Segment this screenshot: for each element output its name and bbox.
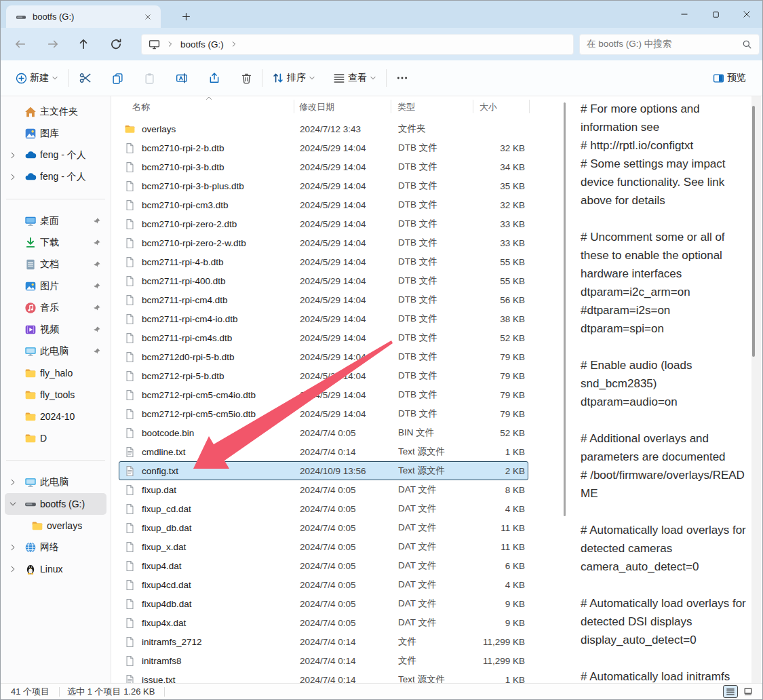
- sidebar-item-fly-halo[interactable]: fly_halo: [5, 362, 106, 384]
- file-row-bcm2712-rpi-cm5-cm4io.dtb[interactable]: bcm2712-rpi-cm5-cm4io.dtb2024/5/29 14:04…: [119, 385, 528, 404]
- search-box[interactable]: 在 bootfs (G:) 中搜索: [579, 34, 760, 55]
- file-icon: [124, 161, 136, 173]
- file-row-fixup_cd.dat[interactable]: fixup_cd.dat2024/7/4 0:05DAT 文件4 KB: [119, 499, 528, 518]
- preview-scrollbar-thumb[interactable]: [752, 106, 755, 357]
- chevron-right-icon[interactable]: [9, 565, 18, 573]
- sidebar-item-documents[interactable]: 文档: [5, 254, 106, 275]
- sidebar-item-music[interactable]: 音乐: [5, 297, 106, 319]
- file-row-bcm2711-rpi-cm4-io.dtb[interactable]: bcm2711-rpi-cm4-io.dtb2024/5/29 14:04DTB…: [119, 309, 528, 328]
- close-button[interactable]: [731, 1, 762, 28]
- file-row-bcm2710-rpi-3-b-plus.dtb[interactable]: bcm2710-rpi-3-b-plus.dtb2024/5/29 14:04D…: [119, 176, 528, 195]
- sidebar-item-fly-tools[interactable]: fly_tools: [5, 384, 106, 406]
- file-row-bcm2710-rpi-zero-2-w.dtb[interactable]: bcm2710-rpi-zero-2-w.dtb2024/5/29 14:04D…: [119, 233, 528, 252]
- file-row-bcm2711-rpi-cm4s.dtb[interactable]: bcm2711-rpi-cm4s.dtb2024/5/29 14:04DTB 文…: [119, 328, 528, 347]
- file-row-overlays[interactable]: overlays2024/7/12 3:43文件夹: [119, 119, 528, 138]
- chevron-right-icon[interactable]: [9, 151, 18, 159]
- file-row-bcm2712-rpi-cm5-cm5io.dtb[interactable]: bcm2712-rpi-cm5-cm5io.dtb2024/5/29 14:04…: [119, 404, 528, 423]
- preview-scrollbar-track[interactable]: [751, 96, 761, 684]
- file-row-fixup4cd.dat[interactable]: fixup4cd.dat2024/7/4 0:05DAT 文件4 KB: [119, 575, 528, 594]
- details-view-button[interactable]: [723, 685, 738, 698]
- file-row-bcm2710-rpi-2-b.dtb[interactable]: bcm2710-rpi-2-b.dtb2024/5/29 14:04DTB 文件…: [119, 138, 528, 157]
- file-type: DTB 文件: [398, 370, 480, 382]
- explorer-tab[interactable]: bootfs (G:): [6, 5, 161, 28]
- file-row-initramfs8[interactable]: initramfs82024/7/4 0:14文件11,299 KB: [119, 651, 528, 670]
- file-row-config.txt[interactable]: config.txt2024/10/9 13:56Text 源文件2 KB: [119, 461, 528, 480]
- up-button[interactable]: [73, 34, 94, 54]
- paste-button[interactable]: [140, 66, 159, 90]
- view-lines-icon: [333, 72, 345, 84]
- breadcrumb[interactable]: bootfs (G:): [180, 39, 224, 50]
- sidebar-item-home[interactable]: 主文件夹: [5, 101, 106, 123]
- sort-button[interactable]: 排序: [268, 66, 319, 90]
- file-row-initramfs_2712[interactable]: initramfs_27122024/7/4 0:14文件11,299 KB: [119, 632, 528, 651]
- new-button[interactable]: 新建: [12, 66, 62, 90]
- file-size: 56 KB: [480, 295, 525, 305]
- file-row-bcm2711-rpi-cm4.dtb[interactable]: bcm2711-rpi-cm4.dtb2024/5/29 14:04DTB 文件…: [119, 290, 528, 309]
- file-row-fixup.dat[interactable]: fixup.dat2024/7/4 0:05DAT 文件8 KB: [119, 480, 528, 499]
- file-row-bcm2712-rpi-5-b.dtb[interactable]: bcm2712-rpi-5-b.dtb2024/5/29 14:04DTB 文件…: [119, 366, 528, 385]
- column-header-size[interactable]: 大小: [480, 101, 497, 113]
- sidebar-item-bootfs-drive[interactable]: bootfs (G:): [5, 493, 106, 515]
- preview-toggle-button[interactable]: 预览: [709, 66, 753, 90]
- new-tab-button[interactable]: [178, 9, 193, 24]
- view-button[interactable]: 查看: [329, 66, 380, 90]
- scissors-icon: [79, 72, 92, 84]
- copy-button[interactable]: [108, 66, 128, 90]
- forward-button[interactable]: [43, 34, 63, 54]
- tab-close-icon[interactable]: [142, 11, 154, 23]
- column-header-name[interactable]: 名称: [132, 101, 150, 113]
- address-bar[interactable]: bootfs (G:): [141, 34, 574, 55]
- sidebar-item-this-pc-pinned[interactable]: 此电脑: [5, 341, 106, 362]
- sidebar-item-onedrive-2[interactable]: feng - 个人: [5, 166, 106, 188]
- column-header-date[interactable]: 修改日期: [299, 101, 334, 113]
- sidebar-item-2024-10[interactable]: 2024-10: [5, 406, 106, 427]
- maximize-button[interactable]: [700, 1, 731, 28]
- file-list-scrollbar[interactable]: [564, 102, 566, 516]
- sidebar-item-pictures[interactable]: 图片: [5, 275, 106, 297]
- file-row-bcm2710-rpi-zero-2.dtb[interactable]: bcm2710-rpi-zero-2.dtb2024/5/29 14:04DTB…: [119, 214, 528, 233]
- icons-view-button[interactable]: [741, 685, 756, 698]
- cut-button[interactable]: [75, 66, 96, 90]
- file-size: 6 KB: [480, 561, 525, 571]
- file-row-fixup_db.dat[interactable]: fixup_db.dat2024/7/4 0:05DAT 文件11 KB: [119, 518, 528, 537]
- file-row-bcm2711-rpi-4-b.dtb[interactable]: bcm2711-rpi-4-b.dtb2024/5/29 14:04DTB 文件…: [119, 252, 528, 271]
- sidebar-item-videos[interactable]: 视频: [5, 319, 106, 341]
- file-row-bootcode.bin[interactable]: bootcode.bin2024/7/4 0:05BIN 文件52 KB: [119, 423, 528, 442]
- file-row-fixup_x.dat[interactable]: fixup_x.dat2024/7/4 0:05DAT 文件11 KB: [119, 537, 528, 556]
- file-row-fixup4.dat[interactable]: fixup4.dat2024/7/4 0:05DAT 文件6 KB: [119, 556, 528, 575]
- rename-button[interactable]: [172, 66, 192, 90]
- sidebar-item-onedrive-1[interactable]: feng - 个人: [5, 144, 106, 166]
- chevron-down-icon[interactable]: [9, 500, 18, 508]
- refresh-button[interactable]: [106, 34, 126, 54]
- file-row-cmdline.txt[interactable]: cmdline.txt2024/7/4 0:14Text 源文件1 KB: [119, 442, 528, 461]
- preview-text-line: device functionality. See link: [581, 173, 750, 191]
- folder-icon: [124, 123, 136, 135]
- sidebar-item-this-pc[interactable]: 此电脑: [5, 471, 106, 493]
- sidebar-item-downloads[interactable]: 下载: [5, 232, 106, 254]
- file-row-bcm2711-rpi-400.dtb[interactable]: bcm2711-rpi-400.dtb2024/5/29 14:04DTB 文件…: [119, 271, 528, 290]
- sidebar-item-label: 图库: [40, 128, 59, 140]
- sidebar-item-overlays[interactable]: overlays: [5, 515, 106, 537]
- column-header-type[interactable]: 类型: [397, 101, 415, 113]
- file-row-fixup4x.dat[interactable]: fixup4x.dat2024/7/4 0:05DAT 文件9 KB: [119, 613, 528, 632]
- file-name: bcm2712-rpi-cm5-cm5io.dtb: [142, 409, 256, 419]
- back-button[interactable]: [10, 34, 31, 54]
- minimize-button[interactable]: [669, 1, 700, 28]
- chevron-right-icon[interactable]: [9, 173, 18, 181]
- sidebar-item-linux[interactable]: Linux: [5, 558, 106, 580]
- delete-button[interactable]: [237, 66, 256, 90]
- file-size: 11,299 KB: [480, 656, 525, 666]
- file-row-bcm2712d0-rpi-5-b.dtb[interactable]: bcm2712d0-rpi-5-b.dtb2024/5/29 14:04DTB …: [119, 347, 528, 366]
- file-row-bcm2710-rpi-cm3.dtb[interactable]: bcm2710-rpi-cm3.dtb2024/5/29 14:04DTB 文件…: [119, 195, 528, 214]
- sidebar-item-network[interactable]: 网络: [5, 537, 106, 558]
- sidebar-item-desktop[interactable]: 桌面: [5, 210, 106, 232]
- chevron-right-icon[interactable]: [9, 543, 18, 551]
- file-size: 52 KB: [480, 428, 525, 438]
- file-row-fixup4db.dat[interactable]: fixup4db.dat2024/7/4 0:05DAT 文件9 KB: [119, 594, 528, 613]
- file-row-bcm2710-rpi-3-b.dtb[interactable]: bcm2710-rpi-3-b.dtb2024/5/29 14:04DTB 文件…: [119, 157, 528, 176]
- chevron-right-icon[interactable]: [9, 478, 18, 486]
- sidebar-item-gallery[interactable]: 图库: [5, 123, 106, 144]
- share-button[interactable]: [204, 66, 224, 90]
- more-options-button[interactable]: [392, 66, 412, 90]
- sidebar-item-d-folder[interactable]: D: [5, 427, 106, 449]
